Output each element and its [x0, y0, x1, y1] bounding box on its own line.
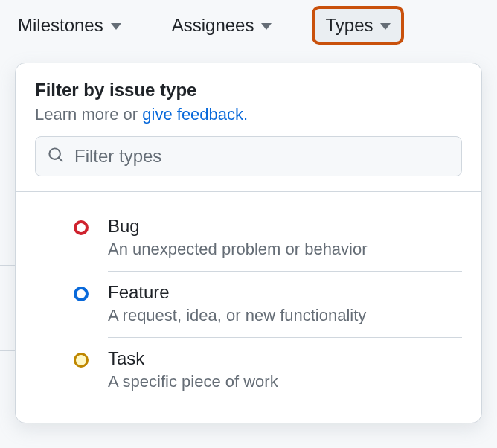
circle-icon — [74, 353, 89, 368]
type-name: Task — [108, 348, 462, 369]
panel-subtitle: Learn more or give feedback. — [35, 105, 462, 124]
type-desc: A specific piece of work — [108, 372, 462, 391]
type-option-feature[interactable]: Feature A request, idea, or new function… — [16, 272, 481, 338]
panel-header: Filter by issue type Learn more or give … — [16, 63, 481, 136]
background-divider — [0, 350, 15, 351]
search-wrapper — [16, 136, 481, 191]
type-name: Feature — [108, 282, 462, 303]
type-list: Bug An unexpected problem or behavior Fe… — [16, 192, 481, 423]
caret-down-icon — [261, 23, 272, 30]
filter-assignees[interactable]: Assignees — [161, 9, 283, 42]
type-name: Bug — [108, 216, 462, 237]
filter-types-input[interactable] — [74, 146, 449, 167]
background-divider — [0, 265, 15, 266]
give-feedback-link[interactable]: give feedback. — [142, 105, 248, 124]
filter-bar: Milestones Assignees Types — [0, 0, 497, 51]
type-content: Bug An unexpected problem or behavior — [108, 216, 462, 272]
type-desc: A request, idea, or new functionality — [108, 306, 462, 325]
type-option-task[interactable]: Task A specific piece of work — [16, 338, 481, 403]
type-content: Task A specific piece of work — [108, 348, 462, 403]
panel-title: Filter by issue type — [35, 80, 462, 100]
circle-icon — [74, 287, 89, 301]
type-desc: An unexpected problem or behavior — [108, 240, 462, 259]
filter-types-label: Types — [325, 15, 373, 36]
circle-icon — [74, 220, 89, 235]
filter-assignees-label: Assignees — [172, 15, 254, 36]
filter-milestones[interactable]: Milestones — [7, 9, 132, 42]
type-content: Feature A request, idea, or new function… — [108, 282, 462, 338]
caret-down-icon — [111, 23, 121, 30]
types-dropdown-panel: Filter by issue type Learn more or give … — [15, 63, 482, 423]
filter-types[interactable]: Types — [312, 6, 404, 45]
caret-down-icon — [380, 23, 391, 30]
panel-subtitle-text: Learn more or — [35, 105, 142, 124]
filter-milestones-label: Milestones — [18, 15, 103, 36]
search-icon — [48, 147, 64, 166]
search-box[interactable] — [35, 136, 462, 176]
type-option-bug[interactable]: Bug An unexpected problem or behavior — [16, 205, 481, 272]
